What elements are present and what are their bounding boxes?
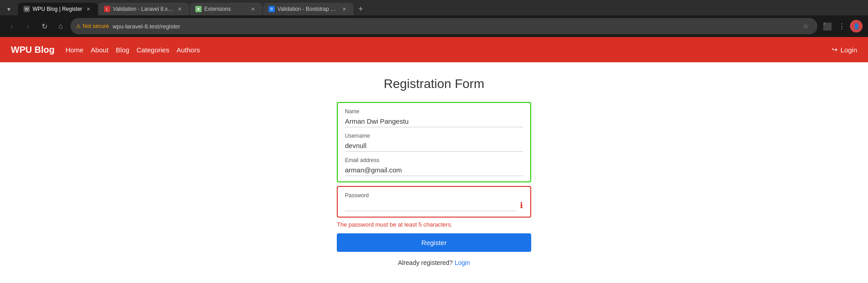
password-label: Password <box>345 192 523 199</box>
menu-btn[interactable]: ⋮ <box>835 20 848 32</box>
warning-icon: ⚠ <box>76 23 81 29</box>
address-bar: ‹ › ↻ ⌂ ⚠ Not secure wpu-laravel-8.test/… <box>0 15 868 37</box>
page-title: Registration Form <box>7 77 861 91</box>
extensions-btn[interactable]: ⬛ <box>821 20 834 32</box>
email-label: Email address <box>345 157 523 163</box>
tab-favicon-3: ★ <box>195 6 202 12</box>
registration-form: Name Username Email address Password ℹ T… <box>337 102 531 266</box>
nav-left: WPU Blog Home About Blog Categories Auth… <box>11 45 200 55</box>
new-tab-btn[interactable]: + <box>354 3 367 15</box>
tab-favicon-2: L <box>104 6 110 12</box>
home-btn[interactable]: ⌂ <box>54 20 67 32</box>
username-input[interactable] <box>345 140 523 152</box>
password-info-icon: ℹ <box>520 200 523 210</box>
login-arrow-icon: ↪ <box>832 46 838 54</box>
address-input-wrap[interactable]: ⚠ Not secure wpu-laravel-8.test/register… <box>71 18 817 34</box>
tab-close-3[interactable]: ✕ <box>250 5 257 13</box>
tab-favicon-4: B <box>269 6 275 12</box>
tab-close-1[interactable]: ✕ <box>85 5 92 13</box>
site-nav: WPU Blog Home About Blog Categories Auth… <box>0 37 868 62</box>
tab-title-1: WPU Blog | Register <box>33 6 82 12</box>
profile-btn[interactable]: 👤 <box>850 20 863 32</box>
password-input[interactable] <box>345 199 516 211</box>
tab-wpu-blog-register[interactable]: W WPU Blog | Register ✕ <box>18 3 98 15</box>
security-label: Not secure <box>83 23 109 29</box>
email-field: Email address <box>345 157 523 176</box>
name-label: Name <box>345 108 523 115</box>
already-registered: Already registered? Login <box>337 259 531 266</box>
email-input[interactable] <box>345 164 523 176</box>
password-error-message: The password must be at least 5 characte… <box>337 221 531 228</box>
nav-link-about[interactable]: About <box>91 46 108 54</box>
login-link[interactable]: Login <box>455 259 470 266</box>
tab-bootstrap-validation[interactable]: B Validation - Bootstrap v5.3 ✕ <box>263 3 354 15</box>
reload-btn[interactable]: ↻ <box>38 20 51 32</box>
security-badge: ⚠ Not secure <box>76 23 109 29</box>
nav-links: Home About Blog Categories Authors <box>66 46 200 54</box>
tab-favicon-1: W <box>24 6 30 12</box>
page-content: Registration Form Name Username Email ad… <box>0 62 868 281</box>
browser-chrome: ▾ W WPU Blog | Register ✕ L Validation -… <box>0 0 868 37</box>
tab-extensions[interactable]: ★ Extensions ✕ <box>190 3 262 15</box>
username-label: Username <box>345 133 523 139</box>
nav-link-home[interactable]: Home <box>66 46 84 54</box>
register-button[interactable]: Register <box>337 233 531 252</box>
name-field: Name <box>345 108 523 127</box>
password-field-box: Password ℹ <box>337 186 531 218</box>
tab-close-2[interactable]: ✕ <box>176 5 184 13</box>
forward-btn[interactable]: › <box>22 20 34 32</box>
tab-dropdown-btn[interactable]: ▾ <box>4 4 14 14</box>
tab-controls: ▾ <box>4 4 14 14</box>
browser-toolbar-right: ⬛ ⋮ 👤 <box>821 20 863 32</box>
tab-title-3: Extensions <box>204 6 247 12</box>
tab-bar: ▾ W WPU Blog | Register ✕ L Validation -… <box>0 0 868 15</box>
nav-link-blog[interactable]: Blog <box>116 46 129 54</box>
tab-title-2: Validation - Laravel 8.x - The P... <box>113 6 174 12</box>
site-brand: WPU Blog <box>11 45 55 55</box>
password-input-wrap: ℹ <box>345 199 523 211</box>
tab-title-4: Validation - Bootstrap v5.3 <box>278 6 338 12</box>
back-btn[interactable]: ‹ <box>5 20 18 32</box>
tab-close-4[interactable]: ✕ <box>341 5 348 13</box>
nav-right: ↪ Login <box>832 46 857 54</box>
nav-link-authors[interactable]: Authors <box>176 46 200 54</box>
address-text[interactable]: wpu-laravel-8.test/register <box>113 23 796 30</box>
bookmark-btn[interactable]: ☆ <box>799 20 812 32</box>
already-text: Already registered? <box>398 259 453 266</box>
form-group-box: Name Username Email address <box>337 102 531 182</box>
nav-login-label: Login <box>840 46 857 54</box>
name-input[interactable] <box>345 116 523 127</box>
tab-laravel-validation[interactable]: L Validation - Laravel 8.x - The P... ✕ <box>99 3 189 15</box>
username-field: Username <box>345 133 523 152</box>
nav-login-link[interactable]: ↪ Login <box>832 46 857 54</box>
nav-link-categories[interactable]: Categories <box>137 46 170 54</box>
